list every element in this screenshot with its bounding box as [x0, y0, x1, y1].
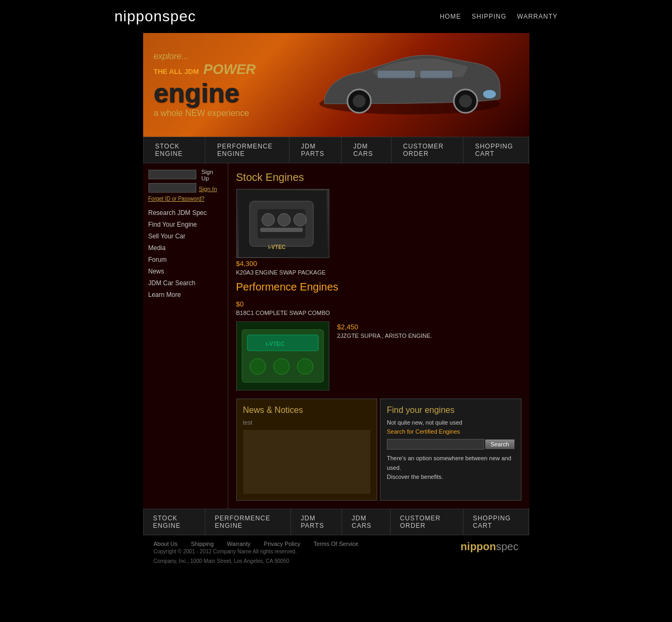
nav-shopping-cart[interactable]: SHOPPING CART	[463, 137, 529, 163]
sign-in-link[interactable]: Sign In	[199, 186, 217, 192]
svg-point-12	[278, 213, 291, 226]
stock-engine-image: i-VTEC	[236, 189, 329, 258]
footer-privacy[interactable]: Privacy Policy	[264, 541, 300, 547]
stock-engine-item: i-VTEC $4,300 K20A3 ENGINE SWAP PACKAGE	[236, 189, 521, 276]
login-box: Sign Up Sign In Forget ID or Password?	[148, 169, 222, 202]
find-engine-bottom-text: There's an option somewhere between new …	[387, 454, 515, 482]
nav-perf-engine[interactable]: PERFORMENCE ENGINE	[205, 137, 289, 163]
sidebar-sell-car[interactable]: Sell Your Car	[148, 230, 222, 242]
hero-banner: explore... THE ALL JDM POWER engine a wh…	[143, 33, 529, 137]
nav-warranty[interactable]: WARRANTY	[517, 13, 558, 20]
find-engine-line2: There's an option somewhere between new …	[387, 455, 511, 471]
sidebar-media[interactable]: Media	[148, 242, 222, 254]
bottom-nav-stock-engine[interactable]: STOCK ENGINE	[143, 509, 205, 535]
main-navigation: STOCK ENGINE PERFORMENCE ENGINE JDM PART…	[143, 137, 529, 163]
bottom-panels: News & Notices test Find your engines No…	[236, 399, 521, 501]
perf-engine-2-image: i-VTEC	[236, 321, 329, 391]
footer-about[interactable]: About Us	[154, 541, 178, 547]
forgot-link[interactable]: Forget ID or Password?	[148, 196, 222, 202]
car-svg	[309, 45, 511, 125]
news-panel-title: News & Notices	[243, 405, 371, 415]
svg-point-11	[262, 213, 275, 226]
stock-engine-price: $4,300	[236, 260, 521, 268]
svg-point-21	[250, 359, 266, 375]
perf-engine-1-name: B18C1 COMPLETE SWAP COMBO	[236, 310, 330, 316]
perf-engine-1-price: $0	[236, 300, 330, 308]
perf-engine-2-price: $2,450	[337, 323, 433, 331]
find-engine-search-input[interactable]	[387, 439, 484, 450]
perf-engine-2-name: 2JZGTE SUPRA , ARISTO ENGINE.	[337, 333, 433, 339]
username-input[interactable]	[148, 170, 196, 179]
stock-engines-title: Stock Engines	[236, 171, 521, 184]
find-engine-panel: Find your engines Not quite new, not qui…	[380, 399, 521, 501]
logo-text-part2: spec	[162, 8, 196, 24]
sidebar-learn-more[interactable]: Learn More	[148, 289, 222, 301]
sidebar-nav: Research JDM Spec Find Your Engine Sell …	[148, 207, 222, 301]
perf-engines-title: Performence Engines	[236, 281, 521, 293]
svg-point-13	[294, 213, 306, 226]
perf-engine-2-info: $2,450 2JZGTE SUPRA , ARISTO ENGINE.	[337, 321, 433, 339]
sidebar-find-engine[interactable]: Find Your Engine	[148, 219, 222, 230]
footer-logo-part2: spec	[496, 541, 518, 552]
svg-text:i-VTEC: i-VTEC	[268, 244, 286, 250]
svg-point-2	[353, 95, 366, 107]
top-navigation: HOME SHIPPING WARRANTY	[439, 13, 558, 20]
nav-jdm-cars[interactable]: JDM CARS	[342, 137, 392, 163]
banner-new-exp: a whole NEW experience	[154, 109, 256, 118]
footer-logo-part1: nippon	[461, 541, 496, 552]
svg-rect-14	[260, 228, 303, 232]
footer-links-row: About Us Shipping Warranty Privacy Polic…	[154, 541, 359, 547]
find-engine-line1: Not quite new, not quite used	[387, 419, 515, 426]
footer-left: About Us Shipping Warranty Privacy Polic…	[154, 541, 359, 566]
find-engine-title: Find your engines	[387, 405, 515, 415]
perf-engine-1-info: $0 B18C1 COMPLETE SWAP COMBO	[236, 298, 330, 316]
find-engine-search-row: Search	[387, 439, 515, 450]
bottom-nav-perf-engine[interactable]: PERFORMENCE ENGINE	[205, 509, 291, 535]
bottom-nav-jdm-cars[interactable]: JDM CARS	[342, 509, 391, 535]
bottom-nav-customer-order[interactable]: CUSTOMER ORDER	[391, 509, 463, 535]
perf-engine-item-2: i-VTEC $2,450 2JZGTE SUPRA , ARISTO ENGI…	[236, 321, 521, 391]
site-logo: nipponspec	[114, 8, 196, 25]
footer-logo: nipponspec	[461, 541, 519, 553]
sidebar-jdm-car-search[interactable]: JDM Car Search	[148, 277, 222, 289]
stock-engine-name: K20A3 ENGINE SWAP PACKAGE	[236, 269, 521, 276]
find-engine-search-button[interactable]: Search	[485, 439, 515, 449]
find-engine-line3: Discover the benefits.	[387, 474, 443, 480]
news-text: test	[243, 419, 371, 426]
nav-stock-engine[interactable]: STOCK ENGINE	[143, 137, 206, 163]
logo-text-part1: nippon	[114, 8, 162, 24]
svg-rect-6	[420, 71, 452, 78]
sidebar-research[interactable]: Research JDM Spec	[148, 207, 222, 219]
footer-warranty[interactable]: Warranty	[227, 541, 251, 547]
nav-home[interactable]: HOME	[439, 13, 461, 20]
banner-text: explore... THE ALL JDM POWER engine a wh…	[143, 41, 267, 129]
footer: About Us Shipping Warranty Privacy Polic…	[143, 535, 529, 571]
nav-shipping[interactable]: SHIPPING	[471, 13, 506, 20]
nav-customer-order[interactable]: CUSTOMER ORDER	[392, 137, 463, 163]
bottom-nav-jdm-parts[interactable]: JDM PARTS	[291, 509, 342, 535]
find-engine-link[interactable]: Search for Certified Engines	[387, 428, 515, 435]
banner-all-jdm: THE ALL JDM POWER	[154, 61, 256, 78]
main-content-area: Stock Engines	[228, 163, 529, 509]
password-row: Sign In	[148, 183, 222, 194]
sidebar-news[interactable]: News	[148, 266, 222, 277]
password-input[interactable]	[148, 183, 196, 193]
sidebar: Sign Up Sign In Forget ID or Password? R…	[143, 163, 228, 509]
sign-up-label: Sign Up	[202, 169, 222, 181]
svg-text:i-VTEC: i-VTEC	[266, 341, 285, 347]
perf-engine-item-1: $0 B18C1 COMPLETE SWAP COMBO	[236, 298, 521, 316]
sidebar-forum[interactable]: Forum	[148, 254, 222, 266]
footer-shipping[interactable]: Shipping	[191, 541, 214, 547]
footer-tos[interactable]: Terms Of Service	[313, 541, 358, 547]
nav-jdm-parts[interactable]: JDM PARTS	[289, 137, 342, 163]
perf-engine-2-img-wrapper: i-VTEC	[236, 321, 329, 391]
news-panel-content	[243, 430, 371, 494]
bottom-nav-shopping-cart[interactable]: SHOPPING CART	[463, 509, 529, 535]
svg-point-22	[273, 359, 289, 375]
content-wrapper: Sign Up Sign In Forget ID or Password? R…	[143, 163, 529, 509]
footer-copyright: Copyright © 2001 - 2012 Company Name All…	[154, 547, 359, 566]
footer-copyright-line1: Copyright © 2001 - 2012 Company Name All…	[154, 547, 359, 557]
svg-point-4	[459, 95, 472, 107]
username-row: Sign Up	[148, 169, 222, 181]
banner-power: POWER	[203, 61, 255, 77]
